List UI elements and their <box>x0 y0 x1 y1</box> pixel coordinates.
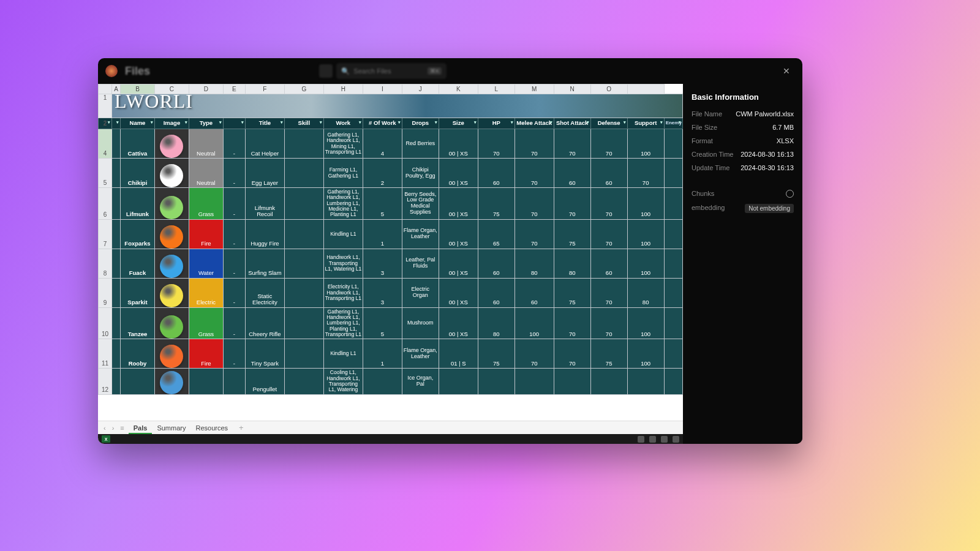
column-filter-image[interactable]: Image <box>154 118 189 129</box>
cell-title[interactable]: Surfing Slam <box>245 249 284 278</box>
cell-sup[interactable]: 100 <box>627 339 664 369</box>
cell-drops[interactable]: Mushroom <box>402 307 439 339</box>
cell[interactable] <box>664 129 682 159</box>
cell-work[interactable]: Kindling L1 <box>323 219 363 249</box>
cell-skill[interactable] <box>284 339 323 369</box>
cell-name[interactable]: Foxparks <box>120 219 154 249</box>
cell[interactable] <box>664 339 682 369</box>
cell[interactable] <box>111 159 120 188</box>
gear-icon[interactable] <box>786 190 794 198</box>
cell-work[interactable]: Handiwork L1, Transporting L1, Watering … <box>323 249 363 278</box>
row-header[interactable]: 11 <box>99 339 112 369</box>
status-icon-2[interactable] <box>649 436 656 443</box>
cell-workn[interactable]: 4 <box>363 129 402 159</box>
cell[interactable] <box>223 369 245 394</box>
cell-def[interactable]: 70 <box>590 307 627 339</box>
col-header[interactable]: F <box>245 84 284 94</box>
cell-type[interactable]: Fire <box>189 219 223 249</box>
cell-image[interactable] <box>154 249 189 278</box>
cell-def[interactable]: 60 <box>590 249 627 278</box>
column-filter-support[interactable]: Support <box>627 118 664 129</box>
col-header[interactable]: E <box>223 84 245 94</box>
cell-name[interactable]: Lifmunk <box>120 188 154 220</box>
cell-workn[interactable]: 1 <box>363 219 402 249</box>
cell-melee[interactable]: 60 <box>514 278 554 307</box>
cell[interactable] <box>111 219 120 249</box>
cell-hp[interactable]: 60 <box>478 249 514 278</box>
cell[interactable]: - <box>223 188 245 220</box>
cell-work[interactable]: Kindling L1 <box>323 339 363 369</box>
cell-title[interactable]: Cheery Rifle <box>245 307 284 339</box>
cell-title[interactable]: Egg Layer <box>245 159 284 188</box>
column-filter-name[interactable]: Name <box>120 118 154 129</box>
cell-title[interactable]: Huggy Fire <box>245 219 284 249</box>
cell-image[interactable] <box>154 278 189 307</box>
cell-name[interactable]: Fuack <box>120 249 154 278</box>
cell-drops[interactable]: Electric Organ <box>402 278 439 307</box>
row-header[interactable]: 1 <box>99 94 112 118</box>
cell-size[interactable]: 00 | XS <box>439 159 478 188</box>
cell-def[interactable]: 70 <box>590 219 627 249</box>
cell-melee[interactable]: 70 <box>514 188 554 220</box>
cell[interactable] <box>111 129 120 159</box>
col-header[interactable]: N <box>554 84 590 94</box>
cell-size[interactable]: 00 | XS <box>439 249 478 278</box>
row-header[interactable]: 8 <box>99 249 112 278</box>
cell-def[interactable]: 70 <box>590 188 627 220</box>
cell-workn[interactable]: 5 <box>363 188 402 220</box>
cell-type[interactable]: Grass <box>189 307 223 339</box>
cell-title[interactable]: Pengullet <box>245 369 284 394</box>
cell-name[interactable]: Chikipi <box>120 159 154 188</box>
cell-def[interactable]: 70 <box>590 278 627 307</box>
row-header[interactable]: 12 <box>99 369 112 394</box>
cell-def[interactable]: 60 <box>590 159 627 188</box>
cell-type[interactable]: Grass <box>189 188 223 220</box>
cell-def[interactable] <box>590 369 627 394</box>
cell-name[interactable]: Rooby <box>120 339 154 369</box>
cell[interactable]: - <box>223 339 245 369</box>
cell-hp[interactable]: 75 <box>478 188 514 220</box>
cell[interactable]: - <box>223 159 245 188</box>
cell-skill[interactable] <box>284 307 323 339</box>
cell-sup[interactable]: 100 <box>627 188 664 220</box>
cell[interactable] <box>664 278 682 307</box>
cell-melee[interactable]: 80 <box>514 249 554 278</box>
cell-workn[interactable]: 2 <box>363 159 402 188</box>
cell-shot[interactable] <box>554 369 590 394</box>
cell-work[interactable]: Electricity L1, Handiwork L1, Transporti… <box>323 278 363 307</box>
cell[interactable]: - <box>223 278 245 307</box>
col-header[interactable]: O <box>590 84 627 94</box>
row-header[interactable]: 4 <box>99 129 112 159</box>
column-filter-enemy[interactable]: Enemy <box>664 118 682 129</box>
cell-skill[interactable] <box>284 278 323 307</box>
add-sheet-button[interactable]: + <box>235 423 247 432</box>
cell-hp[interactable] <box>478 369 514 394</box>
cell-image[interactable] <box>154 159 189 188</box>
cell-workn[interactable]: 5 <box>363 307 402 339</box>
cell[interactable]: - <box>223 307 245 339</box>
cell-melee[interactable]: 70 <box>514 339 554 369</box>
cell-melee[interactable] <box>514 369 554 394</box>
cell-drops[interactable]: Berry Seeds, Low Grade Medical Supplies <box>402 188 439 220</box>
cell-work[interactable]: Cooling L1, Handiwork L1, Transporting L… <box>323 369 363 394</box>
col-header[interactable]: J <box>402 84 439 94</box>
cell-workn[interactable]: 3 <box>363 249 402 278</box>
cell-sup[interactable] <box>627 369 664 394</box>
cell-type[interactable]: Neutral <box>189 129 223 159</box>
cell-shot[interactable]: 60 <box>554 159 590 188</box>
cell-size[interactable]: 00 | XS <box>439 188 478 220</box>
cell[interactable] <box>664 249 682 278</box>
column-filter-melee-attack[interactable]: Melee Attack <box>514 118 554 129</box>
col-header[interactable]: H <box>323 84 363 94</box>
tab-list-icon[interactable]: ≡ <box>118 424 126 432</box>
cell-type[interactable]: Electric <box>189 278 223 307</box>
cell-hp[interactable]: 80 <box>478 307 514 339</box>
column-filter-work[interactable]: Work <box>323 118 363 129</box>
status-icon-3[interactable] <box>661 436 668 443</box>
col-header[interactable]: C <box>154 84 189 94</box>
cell-type[interactable]: Neutral <box>189 159 223 188</box>
sheet-tab-summary[interactable]: Summary <box>152 423 190 433</box>
cell-size[interactable]: 01 | S <box>439 339 478 369</box>
cell-skill[interactable] <box>284 188 323 220</box>
cell-shot[interactable]: 70 <box>554 129 590 159</box>
